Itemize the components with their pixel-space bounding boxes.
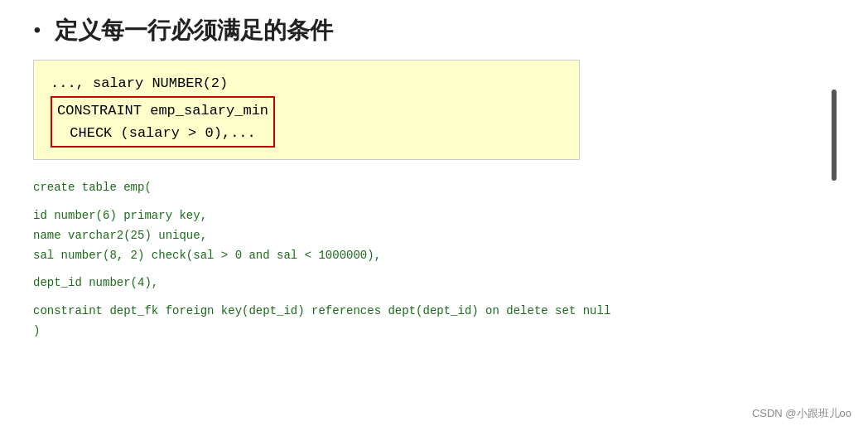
bullet-section: • 定义每一行必须满足的条件 — [33, 17, 835, 45]
sql-section: create table emp( id number(6) primary k… — [33, 178, 835, 341]
highlight-line1: CONSTRAINT emp_salary_min — [57, 99, 268, 122]
highlight-box: CONSTRAINT emp_salary_min CHECK (salary … — [51, 96, 275, 148]
sql-line-name: name varchar2(25) unique, — [33, 226, 835, 246]
sql-line-constraint: constraint dept_fk foreign key(dept_id) … — [33, 302, 835, 322]
code-line1: ..., salary NUMBER(2) — [51, 72, 562, 94]
highlight-line2: CHECK (salary > 0),... — [57, 122, 268, 144]
sql-line-dept-id: dept_id number(4), — [33, 274, 835, 293]
attribution: CSDN @小跟班儿oo — [752, 406, 851, 421]
sql-empty-3 — [33, 293, 835, 302]
sql-line-sal: sal number(8, 2) check(sal > 0 and sal <… — [33, 246, 835, 266]
sql-empty-2 — [33, 265, 835, 274]
sql-line-create: create table emp( — [33, 178, 835, 198]
sql-line-id: id number(6) primary key, — [33, 206, 835, 226]
bullet-dot: • — [33, 17, 41, 45]
page-container: • 定义每一行必须满足的条件 ..., salary NUMBER(2) CON… — [0, 0, 868, 431]
right-bar-decoration — [832, 90, 837, 181]
sql-line-close: ) — [33, 322, 835, 341]
sql-empty-1 — [33, 198, 835, 206]
code-box: ..., salary NUMBER(2) CONSTRAINT emp_sal… — [33, 60, 580, 161]
bullet-text: 定义每一行必须满足的条件 — [55, 17, 333, 45]
